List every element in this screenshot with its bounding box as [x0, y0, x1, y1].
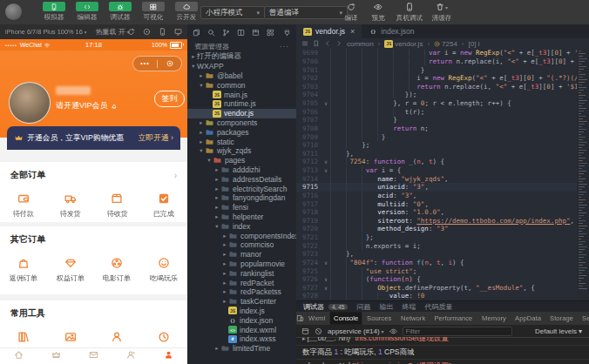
tree-item-components[interactable]: ▸components	[187, 118, 296, 128]
tree-item-fensi[interactable]: ▸fensi	[187, 203, 296, 212]
tabbar-personstar[interactable]	[112, 348, 150, 364]
grid-icon[interactable]	[142, 2, 165, 11]
devtools-tab-Wxml[interactable]: Wxml	[305, 312, 329, 324]
devtools-tab-Security[interactable]: Security	[579, 312, 589, 324]
code-line[interactable]: 9717 multiid: "0",	[296, 199, 589, 208]
code-line[interactable]: 9727∨ Object.defineProperty(t, "__esModu…	[296, 284, 589, 293]
tree-item-index.wxml[interactable]: <>index.wxml	[187, 325, 296, 334]
tree-item-index[interactable]: ▾index	[187, 221, 296, 231]
code-line[interactable]: 9720 method_design: "3"	[296, 225, 589, 233]
code-line[interactable]: 9728 value: !0	[296, 292, 589, 300]
entry-电影订单[interactable]: 电影订单	[94, 257, 141, 284]
refresh-icon[interactable]	[127, 28, 135, 36]
tabbar-crown[interactable]	[37, 348, 75, 364]
entry-权益订单[interactable]: 权益订单	[47, 257, 94, 284]
tree-item-WXAPP[interactable]: ▾WXAPP	[187, 62, 296, 71]
console-filter-input[interactable]	[403, 327, 512, 336]
code-line[interactable]: 9709 }	[296, 132, 589, 141]
action-真机调试[interactable]: 真机调试	[396, 2, 423, 23]
action-编译[interactable]: 编译	[342, 2, 361, 23]
code-line[interactable]: 9706 t(r);	[296, 107, 589, 116]
tabbar-home[interactable]	[0, 348, 37, 364]
extension-icon[interactable]	[267, 29, 274, 37]
cloud-icon[interactable]	[175, 2, 198, 11]
tree-item-electricitySearch[interactable]: ▸electricitySearch	[187, 184, 296, 193]
fold-icon[interactable]: ∨	[322, 167, 330, 173]
entry-返佣订单[interactable]: 返佣订单	[0, 257, 47, 284]
log-row[interactable]: 数字商品 1 : 吃喝玩乐, 1 CPS商城	[296, 346, 589, 360]
plug-icon[interactable]	[283, 29, 291, 37]
code-line[interactable]: 9704 });	[296, 91, 589, 99]
code-area[interactable]: 9699 var i = new RegExp("<" + e[_t3][0] …	[296, 49, 589, 300]
tree-item-popularmovie[interactable]: ▸popularmovie	[187, 260, 296, 269]
tree-item-commciso[interactable]: ▸commciso	[187, 240, 296, 250]
code-line[interactable]: 9721 };	[296, 233, 589, 242]
entry-待发货[interactable]: 待发货	[47, 192, 94, 219]
tree-item-helpenter[interactable]: ▸helpenter	[187, 212, 296, 222]
panel-tab-代码质量[interactable]: 代码质量	[424, 302, 452, 312]
code-line[interactable]: 9722 n.exports = i;	[296, 241, 589, 250]
devtools-tab-AppData[interactable]: AppData	[511, 312, 545, 324]
tree-item-@babel[interactable]: ▸@babel	[187, 71, 296, 81]
search-icon[interactable]	[207, 29, 215, 37]
breadcrumb-segment[interactable]: [0] i	[469, 40, 480, 48]
arrowL-icon[interactable]	[324, 40, 331, 47]
code-icon[interactable]	[76, 2, 98, 11]
fold-icon[interactable]: ∨	[322, 260, 330, 266]
vip-banner[interactable]: 开通会员，立享VIP购物优惠 立即开通 ›	[7, 126, 180, 150]
devtools-tab-Storage[interactable]: Storage	[546, 312, 578, 324]
tree-item-taskCenter[interactable]: ▸taskCenter	[187, 297, 296, 307]
tree-item-main.js[interactable]: JSmain.js	[187, 90, 296, 99]
tree-item-index.js[interactable]: JSindex.js	[187, 307, 296, 316]
split-icon[interactable]	[237, 29, 245, 37]
toolbar-button-可视化[interactable]: 可视化	[139, 2, 166, 22]
target-icon[interactable]	[143, 28, 151, 36]
tree-item-common[interactable]: ▾common	[187, 80, 296, 90]
entry-shelf[interactable]	[0, 331, 47, 344]
inspect-device-icon[interactable]	[296, 312, 304, 325]
log-row[interactable]: ▸ {__ob__: Nn} "this.commissionSet提现设置"	[296, 360, 589, 364]
devtools-tab-Sources[interactable]: Sources	[363, 312, 396, 324]
capsule-menu[interactable]: •••	[132, 56, 182, 71]
code-line[interactable]: 9718 version: "1.0.0",	[296, 208, 589, 217]
entry-待付款[interactable]: 待付款	[0, 192, 47, 219]
action-预览[interactable]: 预览	[369, 2, 388, 23]
vip-hint[interactable]: 请开通VIP会员	[56, 100, 118, 111]
devtools-tab-Network[interactable]: Network	[396, 312, 429, 324]
breadcrumb-segment[interactable]: JSvendor.js	[384, 40, 423, 48]
tree-item-wjyk_zqds[interactable]: ▾wjyk_zqds	[187, 146, 296, 156]
tree-item-fanyongdingdan[interactable]: ▸fanyongdingdan	[187, 193, 296, 203]
code-line[interactable]: 9714 name: "wjyk_zqds",	[296, 174, 589, 183]
panel-tab-问题[interactable]: 问题	[356, 302, 370, 312]
fold-icon[interactable]: ∨	[322, 100, 330, 106]
tree-item-pages[interactable]: ▾pages	[187, 156, 296, 165]
panel-tab-终端[interactable]: 终端	[402, 302, 416, 312]
devtools-tab-Performance[interactable]: Performance	[430, 312, 477, 324]
entry-clock[interactable]	[140, 331, 187, 344]
user-avatar[interactable]	[5, 3, 22, 20]
toolbar-button-模拟器[interactable]: 模拟器	[40, 2, 67, 22]
tabbar-personfill[interactable]	[150, 348, 187, 364]
action-清缓存[interactable]: ▾清缓存	[431, 2, 452, 23]
tree-item-打开的编辑器[interactable]: ▸打开的编辑器	[187, 52, 296, 62]
code-line[interactable]: 9715 uniacid: "3",	[296, 183, 589, 192]
editor-tab-vendor.js[interactable]: JSvendor.js×	[296, 24, 362, 38]
clear-console-icon[interactable]	[315, 327, 322, 335]
tree-item-packages[interactable]: ▸packages	[187, 127, 296, 137]
profile-avatar[interactable]	[9, 82, 51, 124]
code-line[interactable]: 9723 },	[296, 250, 589, 259]
vip-banner-action[interactable]: 立即开通 ›	[138, 133, 173, 144]
fold-icon[interactable]: ∨	[322, 276, 330, 282]
code-line[interactable]: 9708 return n;	[296, 125, 589, 133]
code-line[interactable]: 9719 siteroot: "https://demo.ttbobo.com/…	[296, 217, 589, 226]
breadcrumb-segment[interactable]: common	[347, 40, 374, 48]
code-line[interactable]: 9716 acid: "3",	[296, 192, 589, 200]
code-line[interactable]: 9699 var i = new RegExp("<" + e[_t3][0] …	[296, 49, 589, 57]
phone-icon[interactable]	[43, 2, 65, 11]
tree-item-componentsIndex[interactable]: ▸componentsIndex	[187, 231, 296, 240]
entry-已完成[interactable]: 已完成	[140, 192, 187, 219]
code-line[interactable]: 9702 i = new RegExp("<" + e[_t3][0] + "(…	[296, 74, 589, 83]
capsule-close-icon[interactable]	[158, 60, 181, 67]
tabbar-mail[interactable]	[75, 348, 112, 364]
tree-item-index.wxss[interactable]: #index.wxss	[187, 334, 296, 344]
